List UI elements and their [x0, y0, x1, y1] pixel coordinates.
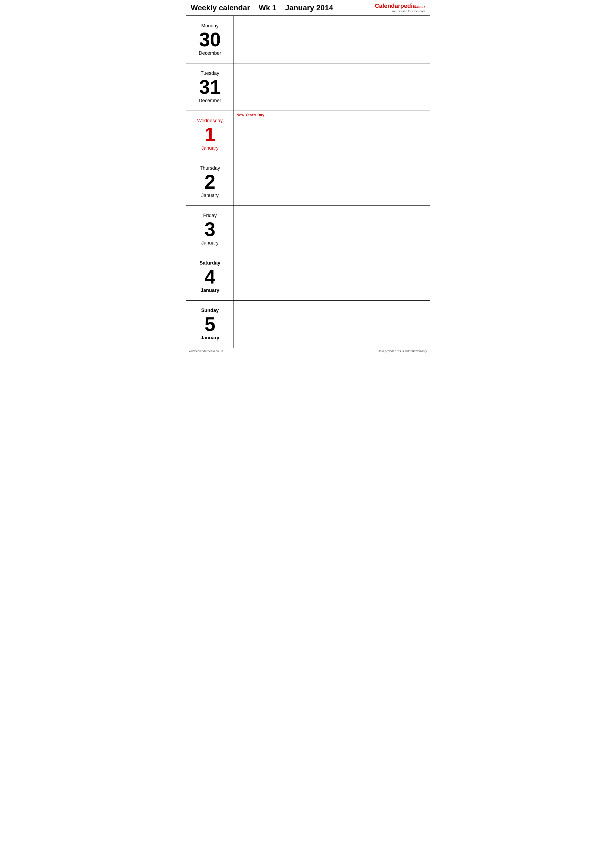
day-content-friday — [234, 206, 430, 253]
day-content-wednesday: New Year's Day — [234, 111, 430, 158]
day-name-wednesday: Wednesday — [197, 118, 223, 124]
day-label-thursday: Thursday 2 January — [186, 158, 234, 205]
header-month-year: January 2014 — [285, 3, 333, 12]
footer-right: Data provided 'as is' without warranty — [378, 349, 427, 353]
month-name-tuesday: December — [198, 98, 221, 103]
day-row-monday: Monday 30 December — [186, 16, 430, 64]
day-number-saturday: 4 — [204, 267, 215, 287]
calendar-header: Weekly calendar Wk 1 January 2014 Calend… — [186, 0, 430, 16]
day-content-saturday — [234, 253, 430, 301]
day-content-sunday — [234, 301, 430, 348]
day-name-friday: Friday — [203, 213, 217, 219]
logo-highlight: pedia — [400, 2, 416, 9]
month-name-monday: December — [198, 50, 221, 56]
day-row-friday: Friday 3 January — [186, 206, 430, 253]
logo: Calendarpedia.co.uk Your source for cale… — [375, 2, 425, 13]
weekly-calendar-page: Weekly calendar Wk 1 January 2014 Calend… — [186, 0, 430, 354]
logo-text: Calendarpedia.co.uk — [375, 2, 425, 9]
day-content-monday — [234, 16, 430, 63]
logo-sub: Your source for calendars — [375, 9, 425, 13]
day-row-thursday: Thursday 2 January — [186, 158, 430, 206]
footer-left: www.calendarpedia.co.uk — [189, 349, 223, 353]
holiday-label-wednesday: New Year's Day — [236, 113, 264, 117]
logo-main: Calendar — [375, 2, 400, 9]
day-label-tuesday: Tuesday 31 December — [186, 64, 234, 111]
day-name-saturday: Saturday — [199, 260, 220, 266]
day-label-monday: Monday 30 December — [186, 16, 234, 63]
day-number-monday: 30 — [199, 30, 221, 49]
day-number-wednesday: 1 — [204, 125, 215, 144]
day-number-sunday: 5 — [204, 314, 215, 334]
logo-tld: .co.uk — [416, 5, 425, 9]
day-name-monday: Monday — [201, 23, 219, 29]
month-name-sunday: January — [200, 335, 219, 341]
calendar-footer: www.calendarpedia.co.uk Data provided 'a… — [186, 348, 430, 354]
calendar-body: Monday 30 December Tuesday 31 December W… — [186, 16, 430, 348]
day-label-sunday: Sunday 5 January — [186, 301, 234, 348]
day-label-saturday: Saturday 4 January — [186, 253, 234, 301]
month-name-friday: January — [201, 240, 219, 246]
month-name-thursday: January — [201, 193, 219, 199]
header-week: Wk 1 — [259, 3, 276, 12]
day-number-thursday: 2 — [204, 172, 215, 192]
day-number-friday: 3 — [204, 220, 215, 239]
day-name-sunday: Sunday — [201, 308, 219, 313]
day-content-thursday — [234, 158, 430, 205]
day-label-wednesday: Wednesday 1 January — [186, 111, 234, 158]
day-name-tuesday: Tuesday — [201, 70, 219, 76]
day-content-tuesday — [234, 64, 430, 111]
day-label-friday: Friday 3 January — [186, 206, 234, 253]
day-row-sunday: Sunday 5 January — [186, 301, 430, 348]
month-name-saturday: January — [200, 288, 219, 293]
day-row-wednesday: Wednesday 1 January New Year's Day — [186, 111, 430, 158]
header-title: Weekly calendar — [191, 3, 250, 12]
day-number-tuesday: 31 — [199, 77, 221, 97]
day-row-tuesday: Tuesday 31 December — [186, 64, 430, 111]
day-row-saturday: Saturday 4 January — [186, 253, 430, 301]
month-name-wednesday: January — [201, 145, 219, 151]
day-name-thursday: Thursday — [200, 165, 220, 171]
